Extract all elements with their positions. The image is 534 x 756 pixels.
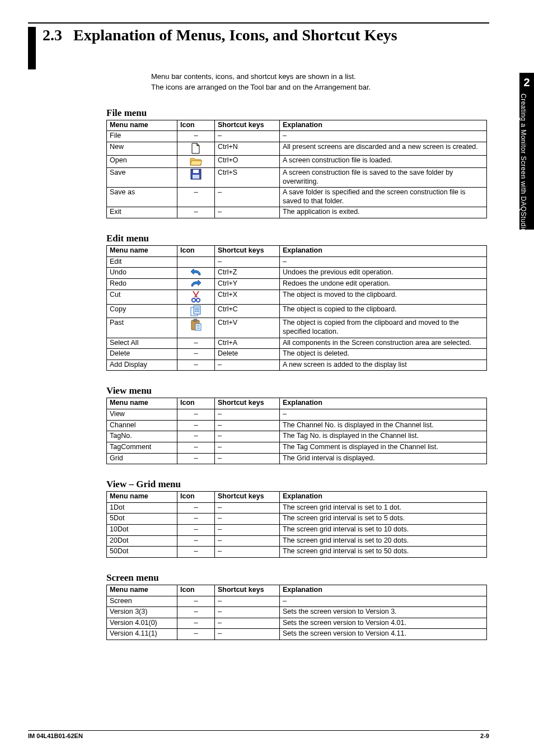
shortcut-cell: Ctrl+V (215, 318, 280, 338)
menu-name-cell: Version 4.11(1) (107, 629, 177, 640)
table-row: 50Dot––The screen grid interval is set t… (107, 547, 487, 558)
shortcut-cell: – (215, 409, 280, 421)
menu-section: Screen menuMenu nameIconShortcut keysExp… (106, 572, 489, 640)
table-row: Exit––The application is exited. (107, 207, 487, 218)
table-row: TagNo.––The Tag No. is displayed in the … (107, 431, 487, 442)
explanation-cell: Redoes the undone edit operation. (280, 279, 487, 290)
shortcut-cell: – (215, 629, 280, 640)
shortcut-cell: – (215, 207, 280, 218)
menu-section-title: Screen menu (106, 572, 489, 584)
menu-name-cell: Select All (107, 338, 177, 349)
table-row: UndoCtrl+ZUndoes the previous edit opera… (107, 268, 487, 279)
menu-name-cell: Undo (107, 268, 177, 279)
svg-point-3 (192, 298, 195, 302)
dash-icon: – (177, 618, 215, 629)
table-row: Version 3(3)––Sets the screen version to… (107, 607, 487, 618)
explanation-cell: The screen grid interval is set to 20 do… (280, 535, 487, 547)
menu-name-cell: Version 4.01(0) (107, 618, 177, 629)
col-header: Icon (177, 120, 215, 131)
dash-icon: – (177, 420, 215, 431)
table-row: TagComment––The Tag Comment is displayed… (107, 442, 487, 453)
col-header: Explanation (280, 585, 487, 596)
col-header: Shortcut keys (215, 398, 280, 409)
explanation-cell: The screen grid interval is set to 10 do… (280, 525, 487, 536)
table-row: Screen––– (107, 596, 487, 607)
page-footer: IM 04L41B01-62EN 2-9 (28, 730, 489, 739)
explanation-cell: The Grid interval is displayed. (280, 453, 487, 464)
svg-point-4 (196, 298, 200, 302)
menu-section: Edit menuMenu nameIconShortcut keysExpla… (106, 233, 489, 371)
menu-table: Menu nameIconShortcut keysExplanationEdi… (106, 245, 487, 371)
col-header: Icon (177, 492, 215, 503)
table-row: SaveCtrl+SA screen construction file is … (107, 167, 487, 187)
menu-section: File menuMenu nameIconShortcut keysExpla… (106, 108, 489, 218)
table-row: Version 4.01(0)––Sets the screen version… (107, 618, 487, 629)
table-row: Delete–DeleteThe object is deleted. (107, 349, 487, 360)
col-header: Icon (177, 246, 215, 257)
shortcut-cell: – (215, 607, 280, 618)
table-row: File––– (107, 131, 487, 142)
menu-name-cell: 1Dot (107, 502, 177, 514)
menu-name-cell: Save (107, 167, 177, 187)
dash-icon: – (177, 547, 215, 558)
menu-name-cell: Version 3(3) (107, 607, 177, 618)
section-number: 2.3 (43, 27, 62, 44)
shortcut-cell: – (215, 535, 280, 547)
shortcut-cell: Ctrl+O (215, 155, 280, 167)
explanation-cell: The screen grid interval is set to 5 dot… (280, 514, 487, 525)
menu-section-title: File menu (106, 108, 489, 119)
menu-name-cell: New (107, 142, 177, 155)
copy-icon (177, 305, 215, 318)
explanation-cell: All present screens are discarded and a … (280, 142, 487, 155)
explanation-cell: The application is exited. (280, 207, 487, 218)
col-header: Menu name (107, 120, 177, 131)
menu-section-title: View menu (106, 385, 489, 396)
menu-name-cell: Delete (107, 349, 177, 360)
explanation-cell: The object is moved to the clipboard. (280, 290, 487, 305)
table-row: OpenCtrl+OA screen construction file is … (107, 155, 487, 167)
explanation-cell: The object is deleted. (280, 349, 487, 360)
shortcut-cell: – (215, 618, 280, 629)
menu-name-cell: Past (107, 318, 177, 338)
cut-icon (177, 290, 215, 305)
section-title: Explanation of Menus, Icons, and Shortcu… (73, 27, 397, 44)
menu-name-cell: Open (107, 155, 177, 167)
svg-rect-8 (194, 319, 197, 321)
menu-table: Menu nameIconShortcut keysExplanation1Do… (106, 491, 487, 558)
menu-name-cell: Channel (107, 420, 177, 431)
menu-section: View menuMenu nameIconShortcut keysExpla… (106, 385, 489, 464)
dash-icon: – (177, 409, 215, 421)
table-row: Select All–Ctrl+AAll components in the S… (107, 338, 487, 349)
shortcut-cell: – (215, 453, 280, 464)
dash-icon: – (177, 453, 215, 464)
shortcut-cell: – (215, 360, 280, 371)
explanation-cell: – (280, 596, 487, 607)
col-header: Shortcut keys (215, 585, 280, 596)
table-row: Grid––The Grid interval is displayed. (107, 453, 487, 464)
shortcut-cell: – (215, 547, 280, 558)
table-row: NewCtrl+NAll present screens are discard… (107, 142, 487, 155)
explanation-cell: The Channel No. is displayed in the Chan… (280, 420, 487, 431)
intro-line-1: Menu bar contents, icons, and shortcut k… (151, 72, 489, 82)
dash-icon: – (177, 514, 215, 525)
shortcut-cell: Ctrl+X (215, 290, 280, 305)
section-header: 2.3 Explanation of Menus, Icons, and Sho… (28, 22, 489, 69)
menu-section: View – Grid menuMenu nameIconShortcut ke… (106, 479, 489, 558)
explanation-cell: Sets the screen version to Version 4.11. (280, 629, 487, 640)
explanation-cell: – (280, 131, 487, 142)
new-icon (177, 142, 215, 155)
dash-icon: – (177, 535, 215, 547)
menu-name-cell: Redo (107, 279, 177, 290)
blank-icon (177, 256, 215, 268)
chapter-label: Creating a Monitor Screen with DAQStudio (519, 91, 527, 232)
menu-name-cell: 10Dot (107, 525, 177, 536)
table-row: Channel––The Channel No. is displayed in… (107, 420, 487, 431)
paste-icon (177, 318, 215, 338)
intro-text: Menu bar contents, icons, and shortcut k… (151, 72, 489, 93)
explanation-cell: The object is copied to the clipboard. (280, 305, 487, 318)
save-icon (177, 167, 215, 187)
dash-icon: – (177, 188, 215, 207)
dash-icon: – (177, 349, 215, 360)
dash-icon: – (177, 131, 215, 142)
table-row: PastCtrl+VThe object is copied from the … (107, 318, 487, 338)
